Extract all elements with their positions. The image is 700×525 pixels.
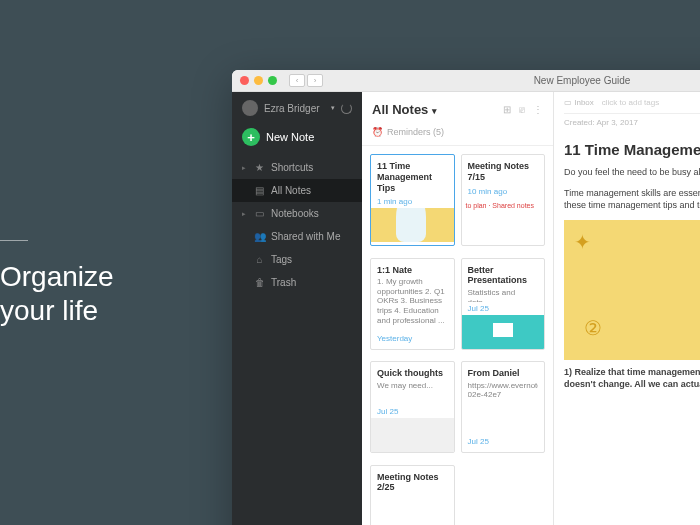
star-icon: ★ [254,162,265,173]
share-hint[interactable]: click to add tags [602,98,659,107]
app-window: ‹ › New Employee Guide Ezra Bridger ▾ + … [232,70,700,525]
sort-icon[interactable]: ⋮ [533,104,543,115]
sync-icon[interactable] [341,103,352,114]
close-icon[interactable] [240,76,249,85]
nav-forward-button[interactable]: › [307,74,323,87]
card-date: 10 min ago [468,187,539,196]
card-date: Jul 25 [468,304,539,313]
note-card[interactable]: 1:1 Nate1. My growth opportunities 2. Q1… [370,258,455,350]
card-title: 11 Time Management Tips [377,161,448,193]
titlebar: ‹ › New Employee Guide [232,70,700,92]
sidebar-item-notebooks[interactable]: ▸ ▭ Notebooks [232,202,362,225]
notebook-icon: ▭ [254,208,265,219]
note-card[interactable]: Meeting Notes 7/1510 min agoto plan · Sh… [461,154,546,246]
note-icon: ▤ [254,185,265,196]
filter-icon[interactable]: ⎚ [519,104,525,115]
note-detail-panel: ▭ Inbox click to add tags Created: Apr 3… [554,92,700,525]
view-icon[interactable]: ⊞ [503,104,511,115]
card-snippet: https://www.evernote.com/shard/s17/sh/01… [468,381,539,435]
note-body-text[interactable]: Do you feel the need to be busy all the … [564,166,700,179]
note-card[interactable]: Meeting Notes 2/25 [370,465,455,526]
trash-icon: 🗑 [254,277,265,288]
chevron-down-icon: ▾ [331,104,335,112]
sidebar-item-shortcuts[interactable]: ▸ ★ Shortcuts [232,156,362,179]
card-date: 1 min ago [377,197,448,206]
card-snippet: 1. My growth opportunities 2. Q1 OKRs 3.… [377,277,448,331]
card-title: Better Presentations [468,265,539,287]
people-icon: 👥 [254,231,265,242]
card-date: Jul 25 [377,407,448,416]
note-title[interactable]: 11 Time Management Tips [564,141,700,158]
window-title: New Employee Guide [534,75,631,86]
note-card[interactable]: Quick thoughtsWe may need...Jul 25 [370,361,455,453]
card-date: Yesterday [377,334,448,343]
card-title: Meeting Notes 7/15 [468,161,539,183]
note-list-header[interactable]: All Notes ▾ [372,102,437,117]
sidebar: Ezra Bridger ▾ + New Note ▸ ★ Shortcuts … [232,92,362,525]
created-date: Created: Apr 3, 2017 [564,118,638,127]
card-title: 1:1 Nate [377,265,448,276]
promo-text: Organize your life [0,260,114,327]
card-date: Jul 25 [468,437,539,446]
sidebar-item-all-notes[interactable]: ▸ ▤ All Notes [232,179,362,202]
note-list-panel: All Notes ▾ ⊞ ⎚ ⋮ ⏰Reminders (5) 11 Time… [362,92,554,525]
note-card[interactable]: From Danielhttps://www.evernote.com/shar… [461,361,546,453]
avatar [242,100,258,116]
note-card[interactable]: 11 Time Management Tips1 min ago [370,154,455,246]
account-menu[interactable]: Ezra Bridger ▾ [232,92,362,124]
note-image: ✦ ③ ② [564,220,700,360]
sidebar-item-trash[interactable]: ▸ 🗑 Trash [232,271,362,294]
card-snippet: Statistics and data... [468,288,539,301]
sidebar-item-tags[interactable]: ▸ ⌂ Tags [232,248,362,271]
plus-icon: + [242,128,260,146]
new-note-button[interactable]: + New Note [242,128,352,146]
tag-icon: ⌂ [254,254,265,265]
sidebar-item-shared[interactable]: ▸ 👥 Shared with Me [232,225,362,248]
card-snippet: We may need... [377,381,448,405]
card-title: Quick thoughts [377,368,448,379]
note-card[interactable]: Better PresentationsStatistics and data.… [461,258,546,350]
reminders-section[interactable]: ⏰Reminders (5) [362,123,553,146]
card-title: From Daniel [468,368,539,379]
notebook-selector[interactable]: ▭ Inbox [564,98,594,107]
nav-back-button[interactable]: ‹ [289,74,305,87]
card-title: Meeting Notes 2/25 [377,472,448,494]
chevron-right-icon: ▸ [242,210,246,218]
minimize-icon[interactable] [254,76,263,85]
note-body-text[interactable]: Time management skills are essential. Pe… [564,187,700,212]
note-body-text[interactable]: 1) Realize that time management is a myt… [564,366,700,391]
maximize-icon[interactable] [268,76,277,85]
chevron-right-icon: ▸ [242,164,246,172]
